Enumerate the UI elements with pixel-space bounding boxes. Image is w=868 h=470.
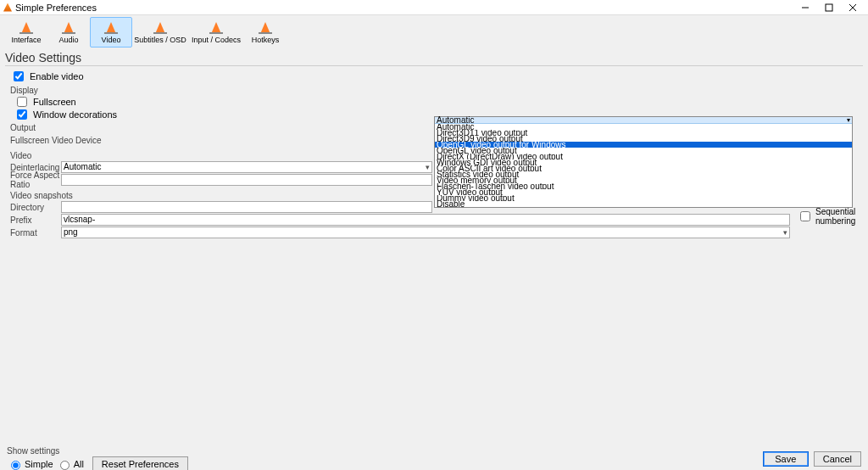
tab-video[interactable]: Video [90, 17, 132, 48]
output-option[interactable]: YUV video output [435, 189, 852, 195]
bottom-bar: Show settings Simple All Reset Preferenc… [7, 446, 861, 467]
output-option[interactable]: Video memory output [435, 177, 852, 183]
radio-simple[interactable] [11, 461, 20, 470]
sequential-numbering-checkbox[interactable] [800, 211, 810, 221]
fullscreen-device-label: Fullscreen Video Device [10, 136, 129, 145]
radio-all-label: All [74, 459, 84, 469]
save-button[interactable]: Save [763, 451, 809, 467]
directory-input[interactable] [61, 201, 432, 213]
tab-hotkeys[interactable]: Hotkeys [244, 17, 287, 48]
audio-icon [60, 20, 77, 36]
output-option[interactable]: Color ASCII art video output [435, 165, 852, 171]
output-option[interactable]: Automatic [435, 124, 852, 130]
format-select[interactable]: png [61, 227, 790, 238]
output-label: Output [10, 123, 56, 132]
output-option[interactable]: Disable [435, 201, 852, 207]
prefix-label: Prefix [10, 215, 61, 225]
enable-video-checkbox[interactable] [14, 71, 24, 81]
show-settings-label: Show settings [7, 446, 861, 456]
tab-input-codecs[interactable]: Input / Codecs [188, 17, 244, 48]
codecs-icon [208, 20, 225, 36]
output-option[interactable]: OpenGL video output for Windows [435, 142, 852, 148]
category-toolbar: Interface Audio Video Subtitles / OSD In… [0, 15, 868, 49]
tab-interface[interactable]: Interface [5, 17, 47, 48]
reset-preferences-button[interactable]: Reset Preferences [92, 456, 188, 470]
video-icon [103, 20, 120, 36]
output-dropdown-popup[interactable]: Automatic AutomaticDirect3D11 video outp… [434, 116, 853, 208]
interface-icon [18, 20, 35, 36]
page-title: Video Settings [5, 51, 863, 66]
output-option[interactable]: Direct3D11 video output [435, 130, 852, 136]
vlc-icon [3, 3, 12, 12]
output-dropdown-header[interactable]: Automatic [435, 117, 852, 124]
deinterlacing-select[interactable]: Automatic [61, 161, 432, 173]
subtitles-icon [152, 20, 169, 36]
force-aspect-label: Force Aspect Ratio [10, 171, 61, 189]
fullscreen-checkbox[interactable] [17, 97, 27, 107]
fullscreen-label: Fullscreen [33, 97, 76, 107]
radio-simple-label: Simple [25, 459, 53, 469]
titlebar: Simple Preferences [0, 0, 868, 15]
tab-subtitles-osd[interactable]: Subtitles / OSD [132, 17, 188, 48]
output-option[interactable]: Flaschen-Taschen video output [435, 183, 852, 189]
enable-video-label: Enable video [30, 71, 84, 81]
prefix-input[interactable]: vlcsnap- [61, 214, 790, 226]
format-label: Format [10, 228, 61, 238]
output-option[interactable]: Statistics video output [435, 171, 852, 177]
sequential-numbering-group: Sequential numbering [797, 207, 868, 226]
directory-label: Directory [10, 203, 61, 212]
group-display-label: Display [10, 86, 858, 95]
output-option[interactable]: Dummy video output [435, 195, 852, 201]
close-button[interactable] [841, 0, 865, 15]
minimize-button[interactable] [793, 0, 817, 15]
tab-audio[interactable]: Audio [47, 17, 90, 48]
output-option[interactable]: Direct3D9 video output [435, 136, 852, 142]
sequential-numbering-label: Sequential numbering [815, 207, 868, 226]
window-decorations-checkbox[interactable] [17, 109, 27, 120]
radio-all[interactable] [60, 461, 70, 470]
window-title: Simple Preferences [15, 3, 97, 13]
output-option[interactable]: Windows GDI video output [435, 159, 852, 165]
svg-rect-1 [826, 4, 832, 11]
output-option[interactable]: OpenGL video output [435, 148, 852, 154]
hotkeys-icon [257, 20, 274, 36]
output-option[interactable]: DirectX (DirectDraw) video output [435, 154, 852, 159]
window-decorations-label: Window decorations [33, 109, 117, 120]
maximize-button[interactable] [817, 0, 841, 15]
cancel-button[interactable]: Cancel [814, 451, 861, 467]
force-aspect-input[interactable] [61, 174, 432, 186]
